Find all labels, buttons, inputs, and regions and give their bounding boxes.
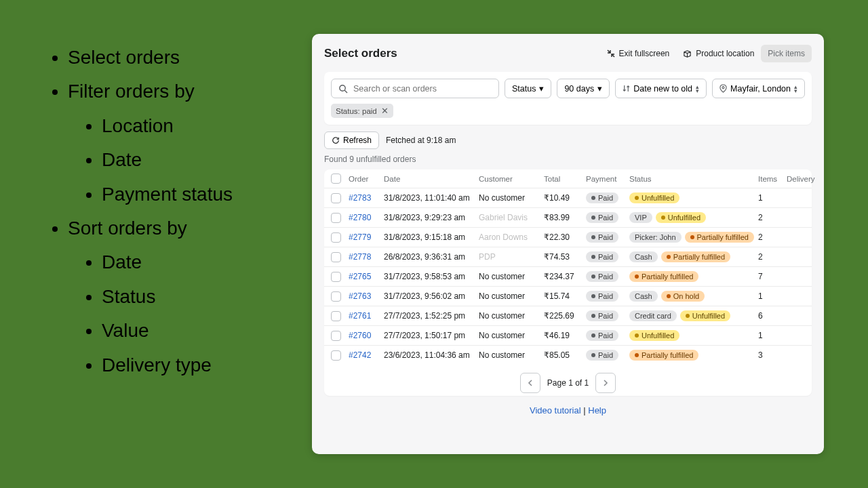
row-checkbox[interactable] bbox=[331, 291, 341, 302]
table-row[interactable]: #2778 26/8/2023, 9:36:31 am PDP ₹74.53 P… bbox=[324, 247, 812, 267]
order-total: ₹15.74 bbox=[544, 291, 586, 301]
order-link[interactable]: #2760 bbox=[349, 331, 384, 340]
status-cell: Credit card Unfulfilled bbox=[629, 310, 758, 321]
status-cell: Partially fulfilled bbox=[629, 271, 758, 282]
help-link[interactable]: Help bbox=[588, 405, 606, 415]
row-checkbox[interactable] bbox=[331, 193, 341, 203]
row-checkbox[interactable] bbox=[331, 311, 341, 321]
customer-name: No customer bbox=[479, 350, 544, 360]
col-date: Date bbox=[384, 175, 479, 183]
order-date: 26/8/2023, 9:36:31 am bbox=[384, 252, 479, 262]
status-cell: Cash On hold bbox=[629, 291, 758, 302]
product-location-button[interactable]: Product location bbox=[676, 45, 761, 62]
order-date: 23/6/2023, 11:04:36 am bbox=[384, 350, 479, 360]
table-row[interactable]: #2763 31/7/2023, 9:56:02 am No customer … bbox=[324, 287, 812, 306]
payment-badge: Paid bbox=[586, 350, 618, 361]
customer-name: Aaron Downs bbox=[479, 232, 544, 242]
pick-items-button[interactable]: Pick items bbox=[761, 45, 812, 62]
refresh-button[interactable]: Refresh bbox=[324, 131, 379, 149]
tag-badge: Cash bbox=[629, 291, 658, 302]
col-total: Total bbox=[544, 175, 586, 183]
order-link[interactable]: #2779 bbox=[349, 232, 384, 242]
status-filter-button[interactable]: Status ▾ bbox=[505, 79, 551, 98]
items-count: 1 bbox=[758, 331, 787, 340]
tag-badge: VIP bbox=[629, 212, 652, 223]
order-date: 31/8/2023, 9:15:18 am bbox=[384, 232, 479, 242]
order-link[interactable]: #2742 bbox=[349, 350, 384, 360]
updown-icon: ▴▾ bbox=[794, 85, 797, 93]
table-header: Order Date Customer Total Payment Status… bbox=[324, 169, 812, 188]
btn-label: Status bbox=[512, 84, 536, 94]
row-checkbox[interactable] bbox=[331, 272, 341, 282]
order-date: 31/7/2023, 9:56:02 am bbox=[384, 291, 479, 301]
order-link[interactable]: #2780 bbox=[349, 213, 384, 222]
status-cell: Unfulfilled bbox=[629, 330, 758, 341]
order-date: 27/7/2023, 1:52:25 pm bbox=[384, 311, 479, 321]
order-link[interactable]: #2783 bbox=[349, 193, 384, 203]
sort-button[interactable]: Date new to old ▴▾ bbox=[615, 79, 707, 98]
search-icon bbox=[338, 84, 348, 94]
fulfillment-badge: Partially fulfilled bbox=[685, 232, 754, 243]
search-input-wrap[interactable] bbox=[331, 79, 499, 98]
exit-fullscreen-button[interactable]: Exit fullscreen bbox=[600, 45, 677, 62]
col-payment: Payment bbox=[586, 175, 629, 183]
row-checkbox[interactable] bbox=[331, 232, 341, 243]
btn-label: Date new to old bbox=[633, 84, 692, 94]
table-row[interactable]: #2761 27/7/2023, 1:52:25 pm No customer … bbox=[324, 306, 812, 326]
order-total: ₹225.69 bbox=[544, 311, 586, 321]
btn-label: Mayfair, London bbox=[730, 84, 791, 94]
order-total: ₹74.53 bbox=[544, 252, 586, 262]
status-cell: Partially fulfilled bbox=[629, 350, 758, 361]
table-row[interactable]: #2779 31/8/2023, 9:15:18 am Aaron Downs … bbox=[324, 228, 812, 247]
table-row[interactable]: #2783 31/8/2023, 11:01:40 am No customer… bbox=[324, 188, 812, 208]
fetched-time: Fetched at 9:18 am bbox=[386, 136, 456, 145]
order-link[interactable]: #2778 bbox=[349, 252, 384, 262]
bullet: Delivery type bbox=[102, 348, 233, 382]
location-filter-button[interactable]: Mayfair, London ▴▾ bbox=[712, 79, 805, 98]
fulfillment-badge: Unfulfilled bbox=[680, 310, 730, 321]
row-checkbox[interactable] bbox=[331, 213, 341, 223]
status-cell: VIP Unfulfilled bbox=[629, 212, 758, 223]
table-row[interactable]: #2765 31/7/2023, 9:58:53 am No customer … bbox=[324, 267, 812, 287]
order-link[interactable]: #2763 bbox=[349, 291, 384, 301]
order-date: 31/8/2023, 9:29:23 am bbox=[384, 213, 479, 222]
prev-page-button[interactable] bbox=[520, 373, 540, 393]
bullet: Filter orders by Location Date Payment s… bbox=[68, 75, 233, 211]
row-checkbox[interactable] bbox=[331, 331, 341, 341]
fulfillment-badge: Unfulfilled bbox=[629, 330, 679, 341]
items-count: 7 bbox=[758, 272, 787, 281]
page-indicator: Page 1 of 1 bbox=[547, 378, 589, 388]
updown-icon: ▴▾ bbox=[696, 85, 699, 93]
col-customer: Customer bbox=[479, 175, 544, 183]
collapse-icon bbox=[607, 49, 615, 58]
bullet: Value bbox=[102, 314, 233, 348]
fulfillment-badge: On hold bbox=[661, 291, 705, 302]
close-icon[interactable]: ✕ bbox=[381, 106, 389, 116]
table-row[interactable]: #2780 31/8/2023, 9:29:23 am Gabriel Davi… bbox=[324, 208, 812, 228]
order-date: 31/7/2023, 9:58:53 am bbox=[384, 272, 479, 281]
search-input[interactable] bbox=[353, 84, 492, 94]
table-row[interactable]: #2742 23/6/2023, 11:04:36 am No customer… bbox=[324, 346, 812, 365]
row-checkbox[interactable] bbox=[331, 252, 341, 262]
video-tutorial-link[interactable]: Video tutorial bbox=[530, 405, 581, 415]
order-link[interactable]: #2761 bbox=[349, 311, 384, 321]
row-checkbox[interactable] bbox=[331, 350, 341, 361]
table-row[interactable]: #2760 27/7/2023, 1:50:17 pm No customer … bbox=[324, 326, 812, 346]
payment-badge: Paid bbox=[586, 232, 618, 243]
caret-down-icon: ▾ bbox=[539, 83, 544, 94]
pin-icon bbox=[719, 84, 727, 93]
date-range-button[interactable]: 90 days ▾ bbox=[557, 79, 610, 98]
order-total: ₹46.19 bbox=[544, 331, 586, 340]
order-link[interactable]: #2765 bbox=[349, 272, 384, 281]
next-page-button[interactable] bbox=[595, 373, 616, 393]
tag-badge: Picker: John bbox=[629, 232, 682, 243]
select-all-checkbox[interactable] bbox=[331, 174, 341, 184]
items-count: 6 bbox=[758, 311, 787, 321]
active-filter-chip[interactable]: Status: paid ✕ bbox=[331, 104, 393, 118]
bullet: Select orders bbox=[68, 41, 233, 75]
items-count: 2 bbox=[758, 213, 787, 222]
pagination: Page 1 of 1 bbox=[324, 365, 812, 396]
customer-name: Gabriel Davis bbox=[479, 213, 544, 222]
fulfillment-badge: Partially fulfilled bbox=[629, 271, 698, 282]
app-window: Select orders Exit fullscreen Product lo… bbox=[312, 34, 824, 454]
